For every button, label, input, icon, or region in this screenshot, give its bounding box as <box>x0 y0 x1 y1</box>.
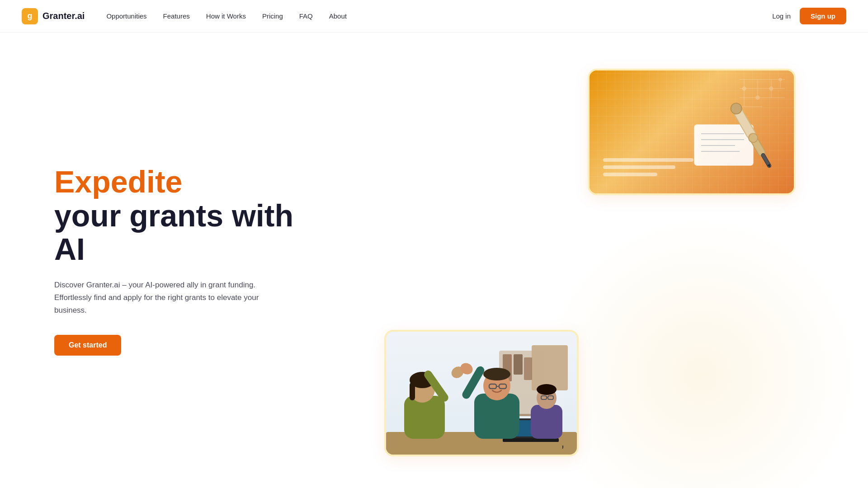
nav-actions: Log in Sign up <box>772 8 846 24</box>
svg-rect-31 <box>503 438 559 442</box>
people-scene <box>386 332 577 455</box>
navbar: g Granter.ai Opportunities Features How … <box>0 0 868 33</box>
nav-opportunities[interactable]: Opportunities <box>106 12 146 20</box>
nav-links: Opportunities Features How it Works Pric… <box>106 12 772 20</box>
nav-about[interactable]: About <box>329 12 347 20</box>
svg-rect-19 <box>761 153 772 168</box>
logo-text: Granter.ai <box>42 11 85 21</box>
nav-how-it-works[interactable]: How it Works <box>206 12 246 20</box>
hero-image-top <box>588 69 796 195</box>
nav-features[interactable]: Features <box>163 12 190 20</box>
hero-left: Expedite your grants with AI Discover Gr… <box>54 165 326 356</box>
background-blob <box>542 217 859 488</box>
headline-orange: Expedite <box>54 164 182 199</box>
hero-right <box>326 33 814 488</box>
signup-button[interactable]: Sign up <box>800 8 846 24</box>
robot-arm-icon <box>685 80 776 170</box>
hero-headline: Expedite your grants with AI <box>54 165 326 266</box>
svg-point-11 <box>779 78 782 81</box>
ai-card <box>590 70 794 193</box>
svg-point-40 <box>483 368 510 380</box>
hero-image-bottom <box>384 330 579 456</box>
login-button[interactable]: Log in <box>772 12 791 20</box>
doc-lines <box>603 158 693 180</box>
nav-faq[interactable]: FAQ <box>299 12 313 20</box>
logo-link[interactable]: g Granter.ai <box>22 8 85 24</box>
svg-rect-26 <box>524 357 532 380</box>
headline-dark: your grants with AI <box>54 198 293 267</box>
logo-icon: g <box>22 8 38 24</box>
people-highfive-icon <box>386 342 562 455</box>
hero-section: Expedite your grants with AI Discover Gr… <box>0 33 868 488</box>
svg-rect-46 <box>531 405 562 439</box>
svg-rect-25 <box>514 354 523 375</box>
get-started-button[interactable]: Get started <box>54 335 121 356</box>
svg-rect-35 <box>410 382 415 400</box>
nav-pricing[interactable]: Pricing <box>262 12 283 20</box>
svg-point-48 <box>537 384 557 395</box>
hero-subtext: Discover Granter.ai – your AI-powered al… <box>54 279 289 317</box>
